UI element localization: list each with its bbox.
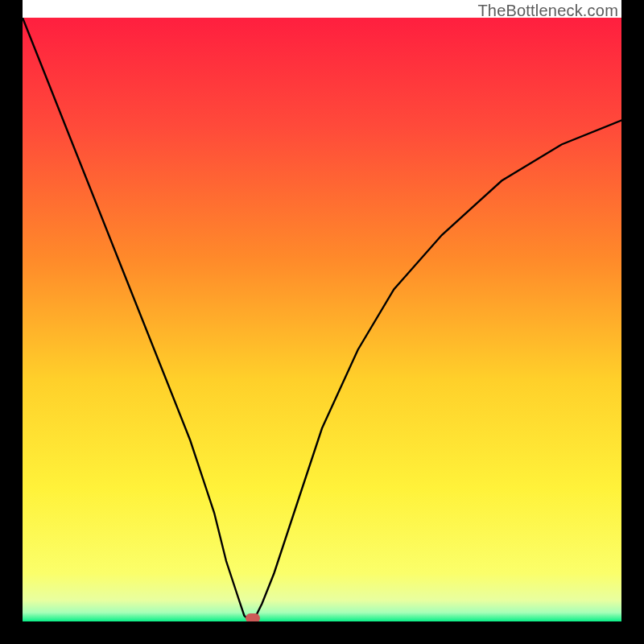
plot-svg [23, 18, 621, 621]
minimum-marker [246, 613, 260, 621]
gradient-background [23, 18, 621, 621]
chart-stage: TheBottleneck.com [0, 0, 644, 644]
plot-area [23, 18, 621, 621]
